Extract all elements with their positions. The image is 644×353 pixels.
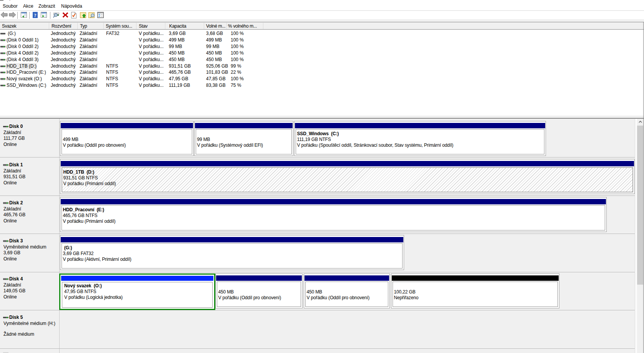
svg-text:?: ? (34, 12, 37, 18)
